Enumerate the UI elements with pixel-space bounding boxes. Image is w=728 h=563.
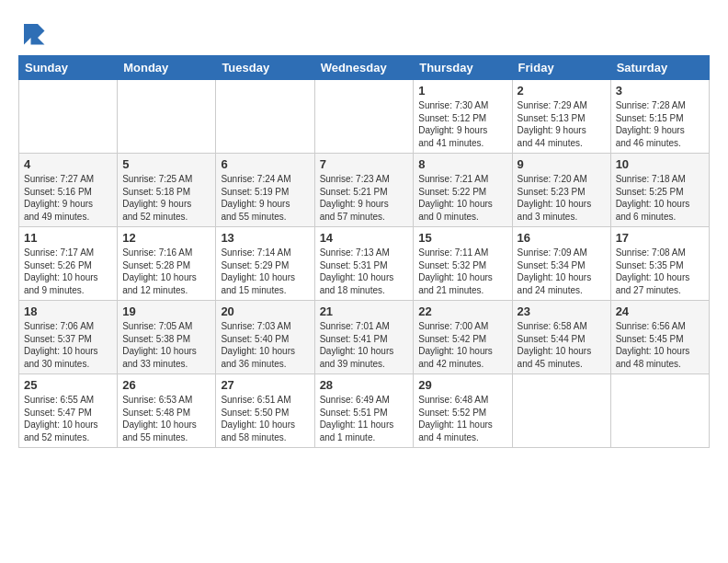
calendar-cell: 14Sunrise: 7:13 AM Sunset: 5:31 PM Dayli… [314,227,414,301]
day-info: Sunrise: 7:20 AM Sunset: 5:23 PM Dayligh… [518,173,606,223]
calendar-cell: 24Sunrise: 6:56 AM Sunset: 5:45 PM Dayli… [610,301,709,374]
weekday-header-monday: Monday [118,56,216,80]
calendar-cell: 12Sunrise: 7:16 AM Sunset: 5:28 PM Dayli… [118,227,216,301]
calendar-cell: 25Sunrise: 6:55 AM Sunset: 5:47 PM Dayli… [19,374,118,448]
day-number: 19 [122,304,210,318]
calendar-cell: 1Sunrise: 7:30 AM Sunset: 5:12 PM Daylig… [414,80,512,154]
weekday-header-thursday: Thursday [414,56,512,80]
day-info: Sunrise: 7:11 AM Sunset: 5:32 PM Dayligh… [418,247,506,296]
day-info: Sunrise: 6:56 AM Sunset: 5:45 PM Dayligh… [616,320,704,370]
calendar-header-row: SundayMondayTuesdayWednesdayThursdayFrid… [19,56,710,80]
day-number: 8 [418,157,506,171]
day-info: Sunrise: 7:30 AM Sunset: 5:12 PM Dayligh… [418,99,506,149]
calendar-cell: 2Sunrise: 7:29 AM Sunset: 5:13 PM Daylig… [512,80,610,154]
calendar-week-row: 11Sunrise: 7:17 AM Sunset: 5:26 PM Dayli… [19,227,710,301]
day-info: Sunrise: 7:03 AM Sunset: 5:40 PM Dayligh… [221,320,309,370]
svg-marker-0 [24,24,45,45]
day-number: 22 [418,304,506,318]
day-number: 7 [320,157,409,171]
calendar-cell: 22Sunrise: 7:00 AM Sunset: 5:42 PM Dayli… [414,301,512,374]
page-header [18,18,710,46]
day-info: Sunrise: 7:28 AM Sunset: 5:15 PM Dayligh… [616,99,704,149]
day-number: 1 [418,84,506,98]
day-info: Sunrise: 7:21 AM Sunset: 5:22 PM Dayligh… [418,173,506,223]
calendar-week-row: 25Sunrise: 6:55 AM Sunset: 5:47 PM Dayli… [19,374,710,448]
day-info: Sunrise: 7:01 AM Sunset: 5:41 PM Dayligh… [320,320,409,370]
calendar-cell: 26Sunrise: 6:53 AM Sunset: 5:48 PM Dayli… [118,374,216,448]
calendar-cell: 27Sunrise: 6:51 AM Sunset: 5:50 PM Dayli… [216,374,314,448]
day-number: 25 [24,378,112,392]
calendar-cell: 21Sunrise: 7:01 AM Sunset: 5:41 PM Dayli… [314,301,414,374]
day-info: Sunrise: 7:23 AM Sunset: 5:21 PM Dayligh… [320,173,409,223]
day-info: Sunrise: 6:55 AM Sunset: 5:47 PM Dayligh… [24,394,112,443]
day-number: 15 [418,231,506,245]
day-info: Sunrise: 6:53 AM Sunset: 5:48 PM Dayligh… [122,394,210,443]
calendar-week-row: 1Sunrise: 7:30 AM Sunset: 5:12 PM Daylig… [19,80,710,154]
calendar-cell: 13Sunrise: 7:14 AM Sunset: 5:29 PM Dayli… [216,227,314,301]
day-info: Sunrise: 7:13 AM Sunset: 5:31 PM Dayligh… [320,247,409,296]
day-number: 13 [221,231,309,245]
day-info: Sunrise: 7:08 AM Sunset: 5:35 PM Dayligh… [616,247,704,296]
day-number: 29 [418,378,506,392]
calendar-cell [314,80,414,154]
calendar-cell [19,80,118,154]
calendar-cell: 11Sunrise: 7:17 AM Sunset: 5:26 PM Dayli… [19,227,118,301]
day-number: 9 [518,157,606,171]
day-info: Sunrise: 7:24 AM Sunset: 5:19 PM Dayligh… [221,173,309,223]
calendar-cell: 29Sunrise: 6:48 AM Sunset: 5:52 PM Dayli… [414,374,512,448]
calendar-cell: 10Sunrise: 7:18 AM Sunset: 5:25 PM Dayli… [610,154,709,227]
weekday-header-tuesday: Tuesday [216,56,314,80]
calendar-cell [216,80,314,154]
weekday-header-wednesday: Wednesday [314,56,414,80]
calendar-cell: 16Sunrise: 7:09 AM Sunset: 5:34 PM Dayli… [512,227,610,301]
calendar-week-row: 18Sunrise: 7:06 AM Sunset: 5:37 PM Dayli… [19,301,710,374]
logo-icon [18,18,46,46]
day-number: 12 [122,231,210,245]
calendar-cell [512,374,610,448]
calendar-cell: 4Sunrise: 7:27 AM Sunset: 5:16 PM Daylig… [19,154,118,227]
logo [18,18,51,46]
calendar-cell [610,374,709,448]
day-info: Sunrise: 7:00 AM Sunset: 5:42 PM Dayligh… [418,320,506,370]
day-number: 17 [616,231,704,245]
day-number: 23 [518,304,606,318]
day-number: 10 [616,157,704,171]
day-number: 5 [122,157,210,171]
calendar-week-row: 4Sunrise: 7:27 AM Sunset: 5:16 PM Daylig… [19,154,710,227]
calendar-cell [118,80,216,154]
day-info: Sunrise: 7:18 AM Sunset: 5:25 PM Dayligh… [616,173,704,223]
day-number: 24 [616,304,704,318]
day-info: Sunrise: 6:58 AM Sunset: 5:44 PM Dayligh… [518,320,606,370]
day-info: Sunrise: 6:48 AM Sunset: 5:52 PM Dayligh… [418,394,506,443]
calendar-cell: 7Sunrise: 7:23 AM Sunset: 5:21 PM Daylig… [314,154,414,227]
day-number: 6 [221,157,309,171]
calendar-cell: 8Sunrise: 7:21 AM Sunset: 5:22 PM Daylig… [414,154,512,227]
day-info: Sunrise: 6:51 AM Sunset: 5:50 PM Dayligh… [221,394,309,443]
day-number: 14 [320,231,409,245]
day-info: Sunrise: 7:16 AM Sunset: 5:28 PM Dayligh… [122,247,210,296]
day-info: Sunrise: 6:49 AM Sunset: 5:51 PM Dayligh… [320,394,409,443]
calendar-cell: 5Sunrise: 7:25 AM Sunset: 5:18 PM Daylig… [118,154,216,227]
day-number: 28 [320,378,409,392]
day-info: Sunrise: 7:17 AM Sunset: 5:26 PM Dayligh… [24,247,112,296]
calendar-cell: 19Sunrise: 7:05 AM Sunset: 5:38 PM Dayli… [118,301,216,374]
calendar-cell: 15Sunrise: 7:11 AM Sunset: 5:32 PM Dayli… [414,227,512,301]
calendar-cell: 18Sunrise: 7:06 AM Sunset: 5:37 PM Dayli… [19,301,118,374]
calendar-cell: 28Sunrise: 6:49 AM Sunset: 5:51 PM Dayli… [314,374,414,448]
day-info: Sunrise: 7:27 AM Sunset: 5:16 PM Dayligh… [24,173,112,223]
day-number: 2 [518,84,606,98]
day-number: 18 [24,304,112,318]
weekday-header-saturday: Saturday [610,56,709,80]
day-number: 21 [320,304,409,318]
calendar-cell: 3Sunrise: 7:28 AM Sunset: 5:15 PM Daylig… [610,80,709,154]
day-info: Sunrise: 7:14 AM Sunset: 5:29 PM Dayligh… [221,247,309,296]
day-info: Sunrise: 7:09 AM Sunset: 5:34 PM Dayligh… [518,247,606,296]
calendar-cell: 17Sunrise: 7:08 AM Sunset: 5:35 PM Dayli… [610,227,709,301]
calendar-cell: 9Sunrise: 7:20 AM Sunset: 5:23 PM Daylig… [512,154,610,227]
day-number: 26 [122,378,210,392]
day-info: Sunrise: 7:25 AM Sunset: 5:18 PM Dayligh… [122,173,210,223]
weekday-header-sunday: Sunday [19,56,118,80]
day-info: Sunrise: 7:29 AM Sunset: 5:13 PM Dayligh… [518,99,606,149]
day-number: 27 [221,378,309,392]
day-number: 3 [616,84,704,98]
